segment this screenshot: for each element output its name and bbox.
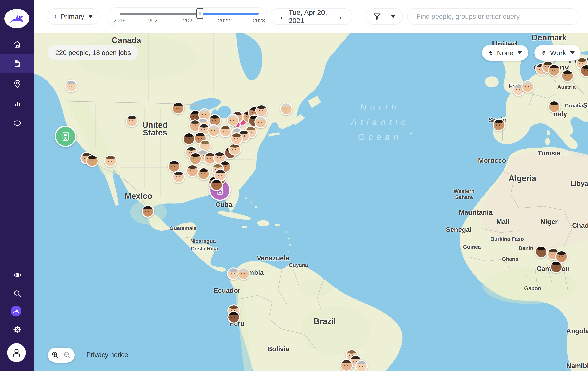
map-region: North Atlantic Ocean CanadaUnitedStatesM… (34, 33, 588, 371)
person-avatar[interactable] (535, 245, 547, 258)
country-label: Denmark (532, 33, 567, 42)
timeline-year-labels: 20192020202120222023 (119, 18, 259, 24)
country-label: Brazil (314, 317, 336, 326)
country-label: Canada (112, 36, 141, 45)
country-label: Mali (496, 218, 509, 226)
home-icon (13, 40, 22, 49)
zoom-in-button[interactable] (51, 351, 60, 360)
person-avatar[interactable] (561, 69, 574, 82)
country-label: Venezuela (257, 254, 289, 262)
chevron-down-icon (570, 51, 575, 54)
country-label: Guinea (463, 244, 481, 250)
person-avatar[interactable] (172, 171, 185, 183)
people-count-badge: 220 people, 18 open jobs (48, 45, 138, 60)
country-label: Western (454, 188, 474, 194)
person-avatar[interactable] (548, 100, 560, 113)
country-label: Tunisia (537, 149, 560, 157)
bar-chart-icon (13, 99, 22, 108)
sidebar-item-views[interactable] (0, 266, 34, 284)
person-avatar[interactable] (227, 114, 239, 127)
person-avatar[interactable] (229, 143, 241, 156)
timeline-track[interactable] (119, 13, 259, 15)
person-avatar[interactable] (227, 311, 240, 324)
zoom-in-icon (51, 351, 60, 360)
country-label: Angola (566, 327, 588, 335)
sidebar-item-analytics[interactable] (0, 94, 34, 113)
sidebar-item-settings[interactable] (0, 320, 34, 339)
zoom-controls (48, 348, 74, 363)
funnel-icon (373, 12, 381, 21)
date-navigator: ← Tue, Apr 20, 2021 → (270, 8, 352, 25)
country-label: Bolivia (267, 345, 289, 353)
privacy-notice-link[interactable]: Privacy notice (86, 351, 128, 359)
country-label: Burkina Faso (491, 236, 524, 242)
sidebar-item-more[interactable] (0, 114, 34, 132)
country-label: Cuba (216, 201, 232, 208)
highlight-dropdown-label: None (497, 49, 514, 57)
next-day-button[interactable]: → (334, 12, 345, 21)
primary-dropdown[interactable]: Primary (47, 8, 99, 25)
country-label: Benin (519, 245, 533, 251)
person-avatar[interactable] (141, 205, 154, 218)
person-avatar[interactable] (548, 64, 560, 76)
zoom-out-button[interactable] (63, 351, 72, 360)
profile-person-icon (11, 347, 22, 358)
person-avatar[interactable] (493, 119, 505, 131)
rabbit-avatar-icon (12, 308, 20, 314)
timeline-slider: 20192020202120222023 (107, 7, 267, 26)
current-date-label: Tue, Apr 20, 2021 (288, 8, 334, 25)
country-label: Sahara (455, 194, 473, 200)
person-avatar[interactable] (521, 80, 534, 93)
ocean-label: North Atlantic Ocean (351, 100, 409, 144)
timeline-track-past (119, 13, 200, 15)
document-icon (13, 59, 22, 68)
sidebar-item-documents[interactable] (0, 54, 34, 73)
person-avatar[interactable] (210, 179, 223, 191)
person-avatar[interactable] (172, 102, 184, 114)
map-canvas[interactable] (34, 33, 588, 371)
location-pin-icon (13, 79, 22, 89)
person-avatar[interactable] (126, 114, 138, 127)
person-avatar[interactable] (197, 167, 210, 180)
sidebar-item-home[interactable] (0, 35, 34, 54)
timeline-handle[interactable] (197, 8, 203, 19)
sidebar (0, 0, 34, 371)
country-label: States (143, 128, 167, 137)
person-avatar[interactable] (280, 102, 293, 115)
country-label: Mauritania (459, 209, 492, 216)
person-avatar[interactable] (230, 132, 243, 145)
country-label: Ghana (502, 256, 518, 262)
country-label: Namibia (567, 362, 588, 370)
person-avatar[interactable] (65, 80, 78, 92)
location-type-dropdown[interactable]: Work (535, 45, 581, 61)
filter-dropdown[interactable] (366, 8, 403, 25)
location-cluster[interactable] (55, 126, 76, 147)
person-avatar[interactable] (104, 155, 117, 167)
previous-day-button[interactable]: ← (277, 12, 288, 21)
person-avatar[interactable] (340, 359, 353, 371)
person-avatar[interactable] (237, 267, 250, 280)
person-avatar[interactable] (219, 125, 232, 137)
location-type-dropdown-label: Work (550, 49, 566, 57)
person-avatar[interactable] (254, 116, 267, 128)
chevron-down-icon (518, 51, 522, 54)
sidebar-item-profile[interactable] (7, 343, 26, 362)
search-input[interactable] (408, 9, 579, 24)
sidebar-item-rabbit-workspace[interactable] (11, 306, 21, 316)
person-avatar[interactable] (208, 124, 220, 137)
topbar: Primary 20192020202120222023 ← Tue, Apr … (34, 0, 588, 33)
highlight-dropdown[interactable]: None (482, 45, 528, 61)
person-avatar[interactable] (189, 153, 202, 165)
person-avatar[interactable] (186, 164, 199, 177)
sidebar-item-places[interactable] (0, 75, 34, 94)
sidebar-item-search[interactable] (0, 284, 34, 303)
person-avatar[interactable] (355, 360, 368, 371)
timeline-year-label: 2023 (253, 18, 265, 24)
person-avatar[interactable] (86, 154, 99, 167)
app-window: Primary 20192020202120222023 ← Tue, Apr … (0, 0, 588, 371)
country-label: Austria (557, 84, 576, 90)
person-avatar[interactable] (183, 132, 195, 145)
person-avatar[interactable] (550, 261, 563, 273)
timeline-year-label: 2020 (148, 18, 160, 24)
country-label: Croatia (565, 102, 583, 109)
